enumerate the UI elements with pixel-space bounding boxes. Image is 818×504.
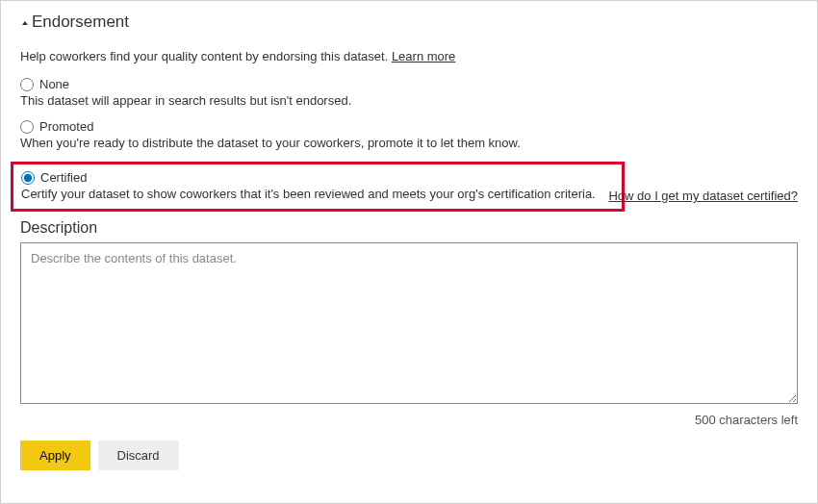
radio-certified[interactable] bbox=[21, 171, 35, 185]
collapse-icon: ▲ bbox=[20, 18, 30, 26]
option-certified-wrapper: Certified Certify your dataset to show c… bbox=[20, 162, 798, 212]
help-text: Help coworkers find your quality content… bbox=[20, 49, 392, 63]
help-text-row: Help coworkers find your quality content… bbox=[20, 49, 798, 63]
character-counter: 500 characters left bbox=[20, 413, 798, 427]
option-certified-label: Certified bbox=[40, 170, 87, 185]
certified-link-wrap: How do I get my dataset certified? bbox=[608, 189, 798, 203]
section-title: Endorsement bbox=[32, 13, 129, 32]
option-promoted-desc: When you're ready to distribute the data… bbox=[20, 136, 798, 150]
option-none-row[interactable]: None bbox=[20, 77, 798, 91]
description-label: Description bbox=[20, 219, 798, 237]
radio-none[interactable] bbox=[20, 78, 34, 91]
apply-button[interactable]: Apply bbox=[20, 441, 90, 470]
discard-button[interactable]: Discard bbox=[98, 441, 179, 470]
option-none-label: None bbox=[39, 77, 69, 91]
option-promoted-row[interactable]: Promoted bbox=[20, 119, 798, 134]
option-certified-row[interactable]: Certified bbox=[21, 170, 614, 185]
option-certified-desc: Certify your dataset to show coworkers t… bbox=[21, 187, 614, 201]
certified-help-link[interactable]: How do I get my dataset certified? bbox=[608, 189, 798, 203]
description-textarea[interactable] bbox=[20, 242, 798, 404]
option-none: None This dataset will appear in search … bbox=[20, 77, 798, 108]
learn-more-link[interactable]: Learn more bbox=[392, 49, 455, 63]
option-certified-desc-text: Certify your dataset to show coworkers t… bbox=[21, 187, 596, 201]
certified-highlight: Certified Certify your dataset to show c… bbox=[11, 162, 625, 212]
option-promoted: Promoted When you're ready to distribute… bbox=[20, 119, 798, 150]
option-none-desc: This dataset will appear in search resul… bbox=[20, 93, 798, 108]
endorsement-panel: ▲ Endorsement Help coworkers find your q… bbox=[0, 0, 818, 504]
option-promoted-label: Promoted bbox=[39, 119, 93, 134]
section-header[interactable]: ▲ Endorsement bbox=[20, 13, 798, 32]
radio-promoted[interactable] bbox=[20, 120, 34, 134]
action-row: Apply Discard bbox=[20, 441, 798, 470]
